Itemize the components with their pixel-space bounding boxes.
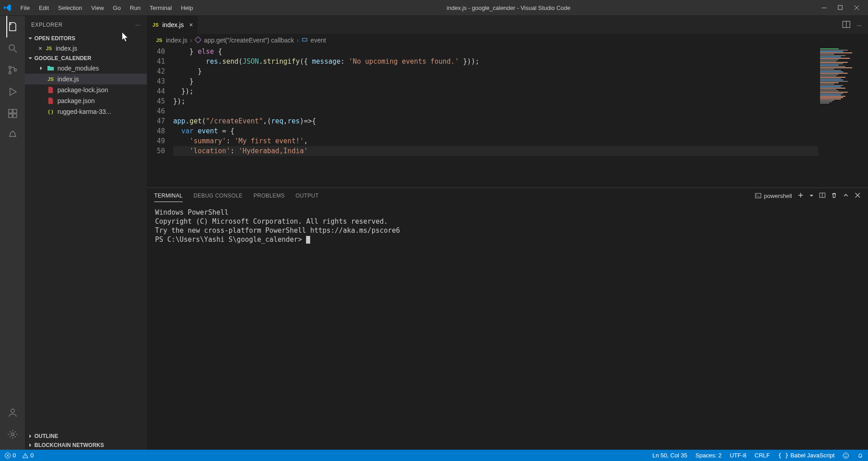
tree-item-package-json[interactable]: package.json <box>25 95 147 106</box>
menu-run[interactable]: Run <box>126 3 145 13</box>
folder-label: GOOGLE_CALENDER <box>34 55 91 61</box>
minimap[interactable] <box>818 47 868 188</box>
sidebar-more-icon[interactable]: ··· <box>135 22 141 28</box>
folder-section[interactable]: GOOGLE_CALENDER <box>25 54 147 63</box>
svg-point-11 <box>11 409 14 413</box>
tree-item-index-js[interactable]: JS index.js <box>25 74 147 85</box>
terminal-content[interactable]: Windows PowerShell Copyright (C) Microso… <box>147 203 868 450</box>
svg-rect-8 <box>9 114 12 118</box>
panel: TERMINAL DEBUG CONSOLE PROBLEMS OUTPUT p… <box>147 188 868 450</box>
breadcrumb[interactable]: JS index.js › app.get("/createEvent") ca… <box>147 34 868 47</box>
tab-label: index.js <box>162 21 184 28</box>
explorer-icon[interactable] <box>6 20 19 33</box>
panel-tab-debug[interactable]: DEBUG CONSOLE <box>193 190 243 202</box>
new-terminal-icon[interactable] <box>797 192 804 200</box>
variable-symbol-icon <box>302 37 308 44</box>
status-warnings[interactable]: 0 <box>22 452 33 459</box>
chevron-down-icon <box>28 36 33 41</box>
tab-close-icon[interactable]: × <box>189 21 193 28</box>
chevron-down-icon <box>28 56 33 61</box>
svg-rect-15 <box>195 37 201 43</box>
chevron-right-icon <box>28 442 33 448</box>
terminal-icon <box>755 193 761 199</box>
open-editors-section[interactable]: OPEN EDITORS <box>25 34 147 43</box>
status-feedback-icon[interactable] <box>843 452 849 459</box>
outline-label: OUTLINE <box>34 433 58 439</box>
breadcrumb-symbol[interactable]: app.get("/createEvent") callback <box>204 37 294 44</box>
svg-point-6 <box>14 69 16 71</box>
source-control-icon[interactable] <box>6 64 19 76</box>
maximize-panel-icon[interactable] <box>843 192 849 200</box>
status-line-col[interactable]: Ln 50, Col 35 <box>652 452 687 459</box>
panel-tab-problems[interactable]: PROBLEMS <box>254 190 285 202</box>
panel-tab-terminal[interactable]: TERMINAL <box>154 190 183 202</box>
shell-indicator[interactable]: powershell <box>755 193 792 199</box>
tab-bar: JS index.js × ··· <box>147 16 868 34</box>
tree-item-package-lock[interactable]: package-lock.json <box>25 85 147 95</box>
tree-item-node-modules[interactable]: node_modules <box>25 63 147 74</box>
vscode-logo-icon <box>4 4 12 12</box>
error-icon <box>5 452 11 459</box>
split-terminal-icon[interactable] <box>819 192 826 200</box>
svg-rect-9 <box>13 114 17 118</box>
status-spaces[interactable]: Spaces: 2 <box>695 452 722 459</box>
tree-label: node_modules <box>57 65 99 72</box>
extensions-icon[interactable] <box>6 107 19 120</box>
json-file-icon <box>47 86 55 94</box>
breadcrumb-symbol[interactable]: event <box>311 37 326 44</box>
status-encoding[interactable]: UTF-8 <box>730 452 746 459</box>
svg-point-4 <box>9 66 11 69</box>
menu-terminal[interactable]: Terminal <box>146 3 176 13</box>
run-debug-icon[interactable] <box>6 85 19 98</box>
status-language[interactable]: { } Babel JavaScript <box>778 452 835 459</box>
account-icon[interactable] <box>6 406 19 419</box>
json-file-icon <box>47 97 55 105</box>
azure-icon[interactable] <box>6 129 19 141</box>
close-panel-icon[interactable] <box>854 192 861 200</box>
js-file-icon: JS <box>155 36 163 44</box>
panel-tabs: TERMINAL DEBUG CONSOLE PROBLEMS OUTPUT p… <box>147 188 868 203</box>
svg-point-22 <box>843 453 849 458</box>
js-file-icon: JS <box>45 44 53 52</box>
breadcrumb-file[interactable]: index.js <box>166 37 187 44</box>
code-editor[interactable]: 40 41 42 43 44 45 46 47 48 49 50 } else … <box>147 47 868 188</box>
maximize-icon[interactable] <box>836 4 844 12</box>
menu-help[interactable]: Help <box>177 3 197 13</box>
search-icon[interactable] <box>6 42 19 55</box>
close-icon[interactable] <box>853 4 861 12</box>
blockchain-section[interactable]: BLOCKCHAIN NETWORKS <box>25 441 147 450</box>
menu-go[interactable]: Go <box>109 3 125 13</box>
menu-view[interactable]: View <box>87 3 108 13</box>
settings-gear-icon[interactable] <box>6 428 19 441</box>
open-editor-item[interactable]: × JS index.js <box>25 43 147 54</box>
terminal-dropdown-icon[interactable] <box>809 193 814 199</box>
menu-selection[interactable]: Selection <box>54 3 86 13</box>
more-actions-icon[interactable]: ··· <box>857 22 862 28</box>
editor-tab[interactable]: JS index.js × <box>147 16 198 34</box>
json-brace-icon: { } <box>47 108 55 116</box>
minimize-icon[interactable] <box>820 4 828 12</box>
chevron-right-icon: › <box>297 37 299 44</box>
tree-label: index.js <box>57 75 79 83</box>
menu-file[interactable]: File <box>16 3 34 13</box>
menu-edit[interactable]: Edit <box>35 3 53 13</box>
panel-tab-output[interactable]: OUTPUT <box>296 190 319 202</box>
js-file-icon: JS <box>151 21 160 29</box>
status-bell-icon[interactable] <box>857 452 863 459</box>
outline-section[interactable]: OUTLINE <box>25 432 147 441</box>
status-eol[interactable]: CRLF <box>755 452 770 459</box>
tree-item-rugged-karma[interactable]: { } rugged-karma-33... <box>25 106 147 117</box>
status-errors[interactable]: 0 <box>5 452 16 459</box>
svg-rect-0 <box>822 8 826 8</box>
split-editor-icon[interactable] <box>842 20 850 30</box>
svg-point-5 <box>9 72 11 74</box>
tree-label: rugged-karma-33... <box>57 108 111 115</box>
close-editor-icon[interactable]: × <box>38 45 42 52</box>
editor-area: JS index.js × ··· JS index.js › app.get(… <box>147 16 868 450</box>
code-content[interactable]: } else { res.send(JSON.stringify({ messa… <box>173 47 868 188</box>
chevron-right-icon: › <box>190 37 192 44</box>
kill-terminal-icon[interactable] <box>831 192 837 200</box>
terminal-prompt: PS C:\Users\Yashi S\google_calender> <box>155 235 306 244</box>
folder-icon <box>47 64 55 72</box>
menu-bar: File Edit Selection View Go Run Terminal… <box>16 3 197 13</box>
